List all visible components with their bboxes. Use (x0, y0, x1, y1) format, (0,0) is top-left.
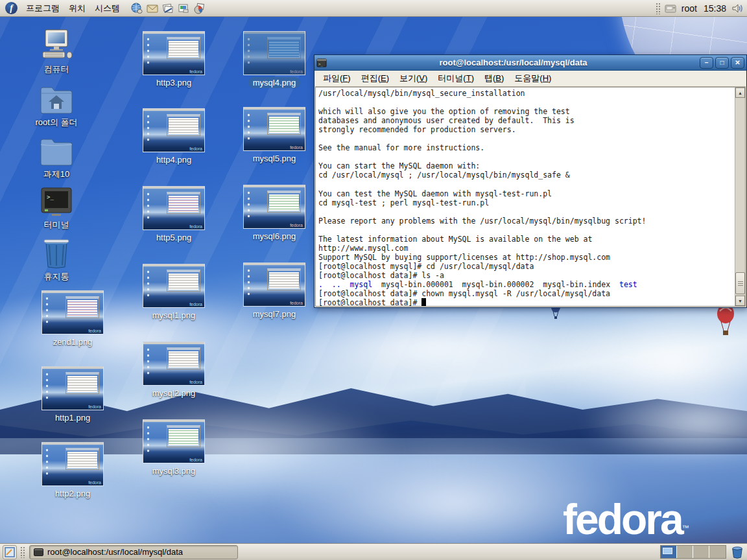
file-label: mysql6.png (248, 231, 300, 242)
terminal-line: Please report any problems with the /usr… (318, 216, 733, 226)
workspace-4[interactable] (709, 546, 726, 558)
file-thumbnail: fedora (143, 186, 205, 230)
desktop-file-mysql1[interactable]: fedoramysql1.png (138, 264, 209, 321)
desktop-file-mysql4[interactable]: fedoramysql4.png (239, 31, 310, 88)
terminal-task-icon (34, 548, 43, 556)
desktop-file-http3[interactable]: fedorahttp3.png (138, 31, 209, 88)
terminal-menu-0[interactable]: 파일(F) (318, 71, 356, 86)
desktop-file-mysql3[interactable]: fedoramysql3.png (138, 419, 209, 476)
scrollbar[interactable]: ▲ ▼ (735, 88, 745, 306)
file-label: mysql7.png (248, 309, 300, 320)
show-desktop-button[interactable] (3, 545, 17, 559)
screenshot-tool-icon[interactable] (176, 1, 191, 16)
terminal-line (318, 207, 733, 216)
panel-menu-2[interactable]: 시스템 (90, 0, 124, 17)
terminal-line: /usr/local/mysql/bin/mysql_secure_instal… (318, 89, 733, 98)
desktop-icon-label: root의 폴더 (21, 117, 92, 128)
scroll-down-button[interactable]: ▼ (735, 296, 745, 306)
file-thumbnail: fedora (143, 108, 205, 152)
workspace-3[interactable] (693, 546, 709, 558)
terminal-line: [root@localhost mysql]# cd /usr/local/my… (318, 262, 733, 271)
documents-icon[interactable] (161, 1, 175, 16)
file-thumbnail: fedora (243, 107, 305, 151)
desktop-file-mysql7[interactable]: fedoramysql7.png (239, 262, 310, 320)
web-browser-icon[interactable] (130, 1, 144, 16)
panel-drag-handle[interactable] (20, 546, 26, 558)
pie-chart-icon[interactable] (192, 1, 206, 16)
panel-drag-handle[interactable] (656, 3, 661, 14)
terminal-menu-2[interactable]: 보기(V) (394, 71, 433, 86)
workspace-switcher[interactable] (660, 545, 726, 559)
desktop-file-http5[interactable]: fedorahttp5.png (138, 186, 209, 243)
terminal-menu-3[interactable]: 터미널(T) (433, 71, 479, 86)
panel-menu-1[interactable]: 위치 (64, 0, 90, 17)
desktop-icon-home-folder[interactable]: root의 폴더 (21, 84, 92, 128)
scrollbar-track[interactable] (735, 98, 745, 296)
terminal-line: Support MySQL by buying support/licenses… (318, 253, 733, 262)
desktop-icon-label: 휴지통 (21, 271, 92, 283)
terminal-window-icon: >_ (316, 58, 327, 68)
desktop-icon-computer[interactable]: 컴퓨터 (21, 29, 92, 75)
file-thumbnail: fedora (143, 31, 205, 75)
volume-icon[interactable] (731, 3, 744, 14)
desktop-file-mysql6[interactable]: fedoramysql6.png (239, 185, 310, 242)
desktop-icon-label: 과제10 (21, 169, 92, 180)
bottom-panel: root@localhost:/usr/local/mysql/data (0, 543, 747, 560)
file-label: mysql2.png (148, 388, 200, 399)
email-icon[interactable] (145, 1, 160, 16)
terminal-line: cd /usr/local/mysql ; /usr/local/mysql/b… (318, 170, 733, 180)
file-label: mysql4.png (248, 77, 300, 88)
desktop-icon-trash[interactable]: 휴지통 (21, 236, 92, 283)
computer-icon (21, 29, 92, 62)
panel-menu-0[interactable]: 프로그램 (21, 0, 64, 17)
scrollbar-thumb[interactable] (735, 272, 745, 294)
desktop-file-http1[interactable]: fedorahttp1.png (37, 366, 108, 423)
desktop-icon-label: 터미널 (21, 219, 92, 231)
file-thumbnail: fedora (243, 31, 305, 75)
terminal-line: You can test the MySQL daemon with mysql… (318, 189, 733, 198)
trash-applet-icon[interactable] (730, 545, 744, 559)
file-label: http2.png (51, 488, 95, 499)
terminal-menu-1[interactable]: 편집(E) (356, 71, 394, 86)
maximize-button[interactable]: □ (715, 57, 729, 69)
terminal-line (318, 134, 733, 143)
top-panel: f 프로그램위치시스템 root 15:38 (0, 0, 747, 17)
desktop-icon-folder[interactable]: 과제10 (21, 136, 92, 180)
notification-applet-icon[interactable] (665, 3, 676, 14)
taskbar-window-button[interactable]: root@localhost:/usr/local/mysql/data (29, 545, 238, 559)
window-titlebar[interactable]: >_ root@localhost:/usr/local/mysql/data … (314, 55, 746, 71)
close-button[interactable]: ✕ (731, 57, 744, 69)
terminal-line: [root@localhost data]# chown mysql.mysql… (318, 289, 733, 298)
trash-icon (21, 236, 92, 270)
terminal-menu-5[interactable]: 도움말(H) (509, 71, 556, 86)
terminal-line: strongly recommended for production serv… (318, 125, 733, 134)
scroll-up-button[interactable]: ▲ (735, 88, 745, 98)
desktop-file-http2[interactable]: fedorahttp2.png (37, 442, 108, 499)
file-thumbnail: fedora (143, 419, 205, 463)
terminal-menu-4[interactable]: 탭(B) (479, 71, 509, 86)
terminal-output[interactable]: /usr/local/mysql/bin/mysql_secure_instal… (316, 88, 735, 306)
workspace-2[interactable] (677, 546, 693, 558)
terminal-menubar: 파일(F)편집(E)보기(V)터미널(T)탭(B)도움말(H) (315, 71, 746, 87)
svg-text:>_: >_ (47, 194, 54, 200)
workspace-1[interactable] (661, 546, 677, 558)
file-thumbnail: fedora (243, 262, 305, 307)
terminal-line: You can start the MySQL daemon with: (318, 161, 733, 170)
panel-menus: 프로그램위치시스템 (21, 0, 124, 17)
desktop-file-http4[interactable]: fedorahttp4.png (138, 108, 209, 165)
terminal-window[interactable]: >_ root@localhost:/usr/local/mysql/data … (314, 54, 747, 308)
panel-launchers (130, 1, 206, 16)
fedora-menu-logo[interactable]: f (5, 2, 18, 14)
desktop-file-mysql2[interactable]: fedoramysql2.png (138, 342, 209, 399)
terminal-body[interactable]: /usr/local/mysql/bin/mysql_secure_instal… (315, 87, 746, 307)
desktop-file-zend1[interactable]: fedorazend1.png (37, 290, 108, 347)
terminal-line: databases and anonymous user created by … (318, 116, 733, 125)
file-label: http3.png (152, 77, 196, 88)
terminal-line: . .. mysql mysql-bin.000001 mysql-bin.00… (318, 280, 733, 289)
desktop-file-mysql5[interactable]: fedoramysql5.png (239, 107, 310, 164)
clock-area[interactable]: root 15:38 (678, 3, 730, 14)
clock-label: 15:38 (704, 3, 726, 14)
desktop-icon-terminal[interactable]: >_터미널 (21, 187, 92, 231)
minimize-button[interactable]: – (700, 57, 713, 69)
desktop-icon-label: 컴퓨터 (21, 64, 92, 75)
